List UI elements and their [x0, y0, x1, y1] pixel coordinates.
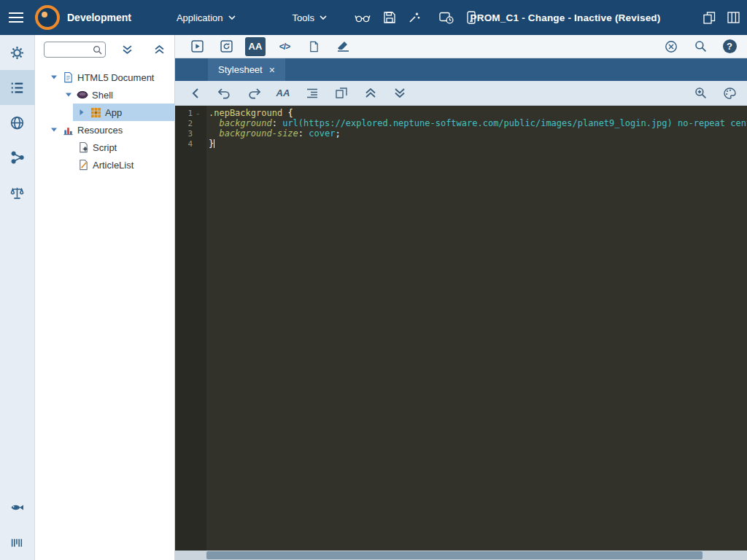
search-input[interactable]: [49, 44, 93, 55]
code-token: cover: [303, 128, 335, 139]
product-label: Development: [67, 12, 131, 23]
wand-icon[interactable]: [409, 0, 420, 35]
search-icon[interactable]: [690, 37, 711, 56]
tree-search-row: [35, 35, 174, 64]
tab-strip: Stylesheet ×: [175, 58, 747, 81]
tree-item-label: ArticleList: [93, 160, 133, 171]
chevron-down-icon[interactable]: [50, 74, 58, 80]
window-title: PROM_C1 - Change - Inactive (Revised): [445, 12, 686, 23]
scrollbar-thumb[interactable]: [206, 551, 703, 559]
resources-icon: [62, 124, 74, 136]
code-token: :: [272, 118, 277, 128]
editor-toolbar: AA: [175, 81, 747, 106]
hamburger-icon[interactable]: [0, 0, 32, 35]
redo-icon[interactable]: [244, 84, 264, 103]
side-rail: [0, 35, 35, 560]
code-token: [209, 118, 219, 128]
collapse-all-icon[interactable]: [150, 40, 169, 59]
code-token: .nepBackground: [209, 108, 282, 118]
chevron-down-icon[interactable]: [64, 92, 73, 98]
code-token: :: [298, 128, 303, 139]
tree-item-script[interactable]: Script: [35, 139, 174, 156]
code-token: {: [282, 108, 293, 118]
chevron-right-icon[interactable]: [77, 109, 86, 116]
code-line[interactable]: }: [209, 139, 747, 149]
tree-item-label: HTML5 Document: [77, 72, 154, 83]
script-icon: [77, 159, 89, 171]
settings-icon[interactable]: [0, 35, 35, 70]
undo-icon[interactable]: [214, 84, 235, 103]
code-icon[interactable]: </>: [274, 37, 295, 56]
glasses-icon[interactable]: [355, 0, 371, 35]
editor-gutter: 1 - 2 3 4: [175, 106, 206, 551]
tree-item-label: Script: [93, 142, 117, 153]
code-editor[interactable]: 1 - 2 3 4 .nepBackground { back: [175, 106, 747, 551]
scales-icon[interactable]: [0, 175, 35, 210]
gutter-line[interactable]: 4: [175, 139, 206, 149]
tab-stylesheet[interactable]: Stylesheet ×: [208, 58, 285, 81]
tab-label: Stylesheet: [218, 64, 263, 75]
code-line[interactable]: background: url(https://explored.neptune…: [209, 118, 747, 128]
paint-icon[interactable]: [333, 37, 353, 56]
refresh-icon[interactable]: [216, 37, 236, 56]
designer-toolbar: AA </> ?: [175, 35, 747, 58]
project-tree-panel: HTML5 Document Shell: [35, 35, 175, 560]
search-input-wrap: [44, 42, 106, 58]
code-token: url(https://explored.neptune-software.co…: [277, 118, 673, 128]
close-icon[interactable]: ×: [269, 65, 275, 75]
log-icon[interactable]: [0, 70, 35, 105]
tree-item-resources[interactable]: Resources: [35, 121, 174, 139]
code-line[interactable]: .nepBackground {: [209, 108, 747, 118]
menu-tools[interactable]: Tools: [285, 0, 334, 35]
tree-item-label: Shell: [92, 90, 113, 101]
zoom-in-icon[interactable]: [690, 84, 711, 103]
barcode-icon[interactable]: [0, 525, 35, 560]
shell-icon: [77, 89, 88, 101]
tree-item-shell[interactable]: Shell: [35, 86, 174, 104]
code-lines[interactable]: .nepBackground { background: url(https:/…: [206, 106, 747, 551]
fold-toggle[interactable]: -: [193, 109, 203, 118]
html5-document-icon: [62, 71, 74, 83]
tree-item-html5-document[interactable]: HTML5 Document: [35, 69, 174, 86]
fish-icon[interactable]: [0, 490, 35, 525]
chevron-down-icon[interactable]: [50, 127, 58, 133]
tree-item-app[interactable]: App: [35, 104, 174, 121]
jump-to-icon[interactable]: [331, 84, 352, 103]
chevrons-up-icon[interactable]: [360, 84, 381, 103]
columns-icon[interactable]: [727, 0, 740, 35]
font-icon[interactable]: AA: [245, 37, 266, 56]
project-tree: HTML5 Document Shell: [35, 64, 174, 174]
code-token: background-size: [219, 128, 298, 139]
share-icon[interactable]: [0, 140, 35, 175]
code-token: background: [219, 118, 271, 128]
save-icon[interactable]: [384, 0, 395, 35]
neptune-logo[interactable]: [35, 5, 60, 30]
expand-all-icon[interactable]: [117, 40, 136, 59]
code-token: [209, 128, 219, 139]
text-cursor: [214, 139, 214, 148]
app-window: Development Application Tools: [0, 0, 747, 560]
gutter-line[interactable]: 2: [175, 118, 206, 128]
code-line[interactable]: background-size: cover;: [209, 128, 747, 139]
code-token: ;: [335, 128, 340, 139]
close-circle-icon[interactable]: [661, 37, 681, 56]
tree-item-articlelist[interactable]: ArticleList: [35, 156, 174, 174]
help-icon[interactable]: ?: [719, 37, 740, 56]
horizontal-scrollbar[interactable]: [175, 551, 747, 560]
palette-icon[interactable]: [719, 84, 740, 103]
tree-item-label: App: [105, 107, 122, 118]
code-token: no-repeat center center;: [673, 118, 747, 128]
back-icon[interactable]: [185, 84, 206, 103]
globe-icon[interactable]: [0, 105, 35, 140]
menu-application[interactable]: Application: [169, 0, 243, 35]
font-icon[interactable]: AA: [273, 84, 293, 103]
play-icon[interactable]: [187, 37, 207, 56]
copy-icon[interactable]: [703, 0, 716, 35]
script-icon: [77, 141, 89, 153]
chevron-down-icon: [228, 15, 236, 20]
page-icon[interactable]: [303, 37, 324, 56]
gutter-line[interactable]: 3: [175, 128, 206, 139]
chevrons-down-icon[interactable]: [390, 84, 410, 103]
gutter-line[interactable]: 1 -: [175, 108, 206, 118]
format-icon[interactable]: [302, 84, 322, 103]
